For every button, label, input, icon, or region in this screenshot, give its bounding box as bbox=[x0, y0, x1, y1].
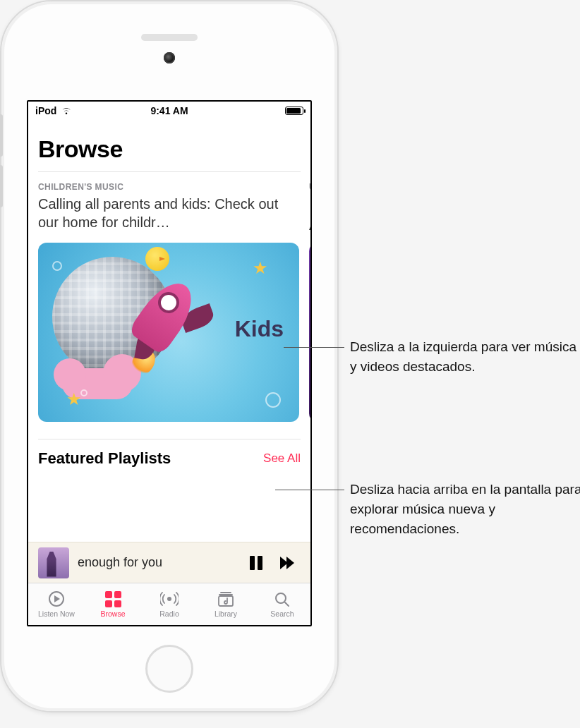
tab-radio[interactable]: Radio bbox=[141, 583, 198, 625]
search-icon bbox=[273, 590, 291, 607]
tab-bar: Listen Now Browse Radio Library bbox=[28, 583, 310, 625]
featured-title: Featured Playlists bbox=[38, 449, 171, 468]
peek-eyebrow: U bbox=[309, 182, 310, 192]
tab-label: Listen Now bbox=[38, 609, 75, 618]
hero-eyebrow: CHILDREN'S MUSIC bbox=[38, 182, 299, 192]
tab-browse[interactable]: Browse bbox=[85, 583, 141, 625]
grid-icon bbox=[105, 591, 121, 607]
callout-leader-line bbox=[275, 490, 344, 490]
star-icon: ★ bbox=[66, 389, 82, 409]
svg-point-1 bbox=[167, 597, 171, 601]
chick-art bbox=[145, 247, 169, 271]
next-track-button[interactable] bbox=[277, 551, 301, 575]
bubble-icon bbox=[52, 261, 62, 271]
callout-text: Desliza hacia arriba en la pantalla para… bbox=[350, 480, 580, 539]
tab-label: Search bbox=[270, 609, 294, 618]
speaker-grille bbox=[141, 34, 198, 41]
star-icon: ★ bbox=[253, 258, 268, 278]
clock: 9:41 AM bbox=[150, 105, 188, 116]
wifi-icon bbox=[61, 107, 72, 115]
tab-label: Radio bbox=[159, 609, 179, 618]
now-playing-artwork bbox=[38, 547, 69, 578]
svg-point-3 bbox=[276, 593, 286, 603]
tab-label: Browse bbox=[100, 609, 125, 618]
tab-label: Library bbox=[215, 609, 237, 618]
battery-icon bbox=[285, 107, 303, 115]
peek-title-1: ¡ bbox=[309, 195, 310, 213]
rocket-art bbox=[123, 271, 215, 363]
tab-search[interactable]: Search bbox=[254, 583, 310, 625]
page-title: Browse bbox=[38, 135, 301, 163]
front-camera bbox=[164, 52, 175, 63]
now-playing-title: enough for you bbox=[78, 555, 236, 570]
callout-text: Desliza a la izquierda para ver música y… bbox=[350, 337, 580, 377]
home-button[interactable] bbox=[145, 645, 193, 693]
library-icon bbox=[217, 590, 235, 607]
hero-card-kids[interactable]: ★ ★ Kids bbox=[38, 243, 299, 422]
hero-card-peek[interactable] bbox=[309, 243, 310, 422]
callout-leader-line bbox=[284, 347, 344, 348]
featured-playlists-header: Featured Playlists See All bbox=[38, 439, 301, 468]
tab-listen-now[interactable]: Listen Now bbox=[28, 583, 85, 625]
browse-content[interactable]: Browse CHILDREN'S MUSIC Calling all pare… bbox=[28, 120, 310, 542]
radio-icon bbox=[160, 590, 179, 607]
volume-up-button[interactable] bbox=[0, 114, 3, 157]
peek-title-2: A bbox=[309, 216, 310, 234]
now-playing-bar[interactable]: enough for you bbox=[28, 542, 310, 583]
status-bar: iPod 9:41 AM bbox=[28, 102, 310, 120]
next-icon bbox=[280, 557, 297, 569]
hero-artwork-label: Kids bbox=[235, 315, 284, 341]
volume-down-button[interactable] bbox=[0, 165, 3, 207]
play-circle-icon bbox=[47, 590, 66, 607]
screen: iPod 9:41 AM Browse CHILDREN'S MUSIC Cal… bbox=[27, 100, 312, 626]
bubble-icon bbox=[265, 392, 281, 408]
tab-library[interactable]: Library bbox=[198, 583, 254, 625]
pause-icon bbox=[250, 556, 262, 570]
pause-button[interactable] bbox=[244, 551, 268, 575]
ipod-device-frame: iPod 9:41 AM Browse CHILDREN'S MUSIC Cal… bbox=[0, 0, 339, 712]
hero-carousel[interactable]: ★ ★ Kids bbox=[38, 243, 301, 422]
device-name: iPod bbox=[35, 105, 56, 116]
see-all-button[interactable]: See All bbox=[263, 451, 301, 466]
hero-title: Calling all parents and kids: Check out … bbox=[38, 195, 299, 231]
